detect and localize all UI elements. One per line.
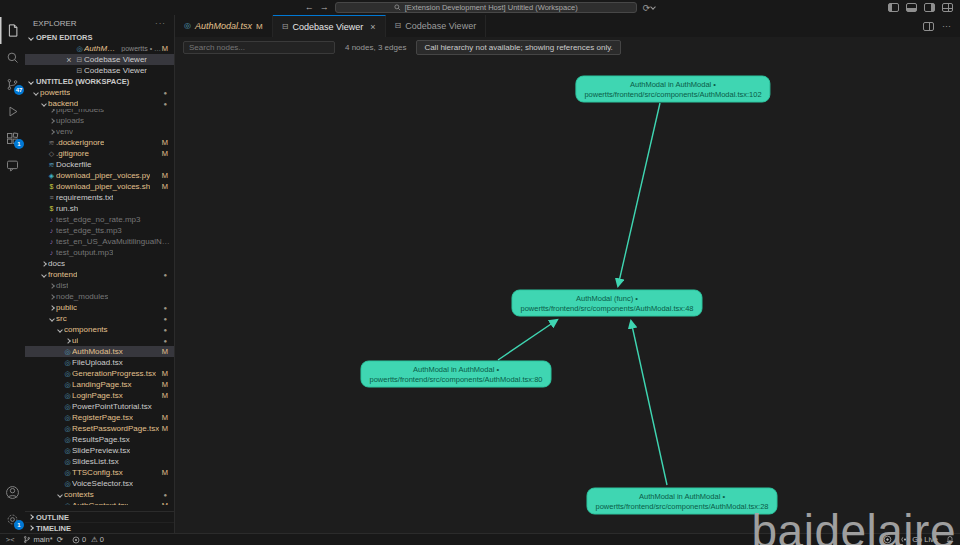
modified-badge: M [162, 501, 174, 505]
tsx-file-icon: ◎ [63, 403, 72, 410]
tsx-file-icon: ◎ [63, 425, 72, 432]
tree-item-test-en-us-avamultilingualneural-mp3[interactable]: ♪test_en_US_AvaMultilingualNeural.mp3 [25, 236, 174, 247]
tree-item-node-modules[interactable]: node_modules [25, 291, 174, 302]
docker-file-icon: ≋ [47, 161, 56, 168]
remote-indicator[interactable]: >< [6, 536, 14, 544]
back-icon[interactable]: ← [305, 3, 314, 12]
tree-item-backend[interactable]: backend● [25, 98, 174, 109]
tab-authmodal-tsx[interactable]: ◎AuthModal.tsxM [175, 15, 273, 37]
tree-item-uploads[interactable]: uploads [25, 115, 174, 126]
tab-close-icon[interactable]: × [370, 22, 375, 32]
error-icon [72, 536, 80, 544]
tree-item-components[interactable]: components● [25, 324, 174, 335]
tree-item-authcontext-tsx[interactable]: ◎AuthContext.tsxM [25, 500, 174, 505]
tree-item-fileupload-tsx[interactable]: ◎FileUpload.tsx [25, 357, 174, 368]
problems-item[interactable]: 0 ⚠ 0 [72, 535, 104, 544]
run-debug-icon[interactable] [0, 98, 25, 125]
graph-node[interactable]: AuthModal in AuthModal •powertts/fronten… [575, 76, 770, 103]
tree-item-slideslist-tsx[interactable]: ◎SlidesList.tsx [25, 456, 174, 467]
tree-item-dockerfile[interactable]: ≋Dockerfile [25, 159, 174, 170]
search-sidebar-icon[interactable] [0, 44, 25, 71]
file-label: .dockerignore [56, 138, 104, 147]
tree-item-download-piper-voices-sh[interactable]: $download_piper_voices.shM [25, 181, 174, 192]
tsx-file-icon: ◎ [63, 436, 72, 443]
tab-codebase-viewer[interactable]: ⊟Codebase Viewer [386, 15, 487, 37]
workspace-header[interactable]: UNTITLED (WORKSPACE) [25, 76, 174, 87]
tree-item-venv[interactable]: venv [25, 126, 174, 137]
tree-item-resetpasswordpage-tsx[interactable]: ◎ResetPasswordPage.tsxM [25, 423, 174, 434]
tab-bar: ◎AuthModal.tsxM⊟Codebase Viewer×⊟Codebas… [175, 15, 960, 37]
tree-item-gitignore[interactable]: ◇.gitignoreM [25, 148, 174, 159]
tree-item-powerpointtutorial-tsx[interactable]: ◎PowerPointTutorial.tsx [25, 401, 174, 412]
close-icon[interactable]: × [63, 55, 75, 65]
open-editor-description: powertts • fronten… [121, 45, 161, 52]
chevron-down-icon [47, 317, 56, 321]
tree-item-resultspage-tsx[interactable]: ◎ResultsPage.tsx [25, 434, 174, 445]
tree-item-test-output-mp3[interactable]: ♪test_output.mp3 [25, 247, 174, 258]
branch-sync-icon: ⟳ [57, 535, 63, 544]
tree-item-generationprogress-tsx[interactable]: ◎GenerationProgress.tsxM [25, 368, 174, 379]
go-live-item[interactable]: Go Live [900, 535, 938, 544]
git-file-icon: ◇ [47, 150, 56, 157]
tree-item-test-edge-tts-mp3[interactable]: ♪test_edge_tts.mp3 [25, 225, 174, 236]
tree-item-registerpage-tsx[interactable]: ◎RegisterPage.tsxM [25, 412, 174, 423]
tree-item-test-edge-no-rate-mp3[interactable]: ♪test_edge_no_rate.mp3 [25, 214, 174, 225]
tree-item-ttsconfig-tsx[interactable]: ◎TTSConfig.tsxM [25, 467, 174, 478]
activity-bar: 47 1 1 [0, 15, 25, 533]
sync-dropdown-icon[interactable]: ⟳ [643, 3, 656, 13]
extensions-icon[interactable]: 1 [0, 125, 25, 152]
status-circle-icon[interactable] [883, 535, 892, 544]
graph-node[interactable]: AuthModal in AuthModal •powertts/fronten… [360, 361, 551, 388]
tree-item-landingpage-tsx[interactable]: ◎LandingPage.tsxM [25, 379, 174, 390]
graph-node[interactable]: AuthModal in AuthModal •powertts/fronten… [586, 488, 777, 515]
editor-more-icon[interactable]: ··· [942, 21, 951, 31]
toggle-secondary-sidebar-icon[interactable] [924, 3, 935, 12]
tree-item-loginpage-tsx[interactable]: ◎LoginPage.tsxM [25, 390, 174, 401]
node-title: AuthModal in AuthModal • [584, 80, 761, 90]
tree-item-authmodal-tsx[interactable]: ◎AuthModal.tsxM [25, 346, 174, 357]
toggle-sidebar-icon[interactable] [888, 3, 899, 12]
tree-item-requirements-txt[interactable]: ≡requirements.txt [25, 192, 174, 203]
open-editor-codebase-viewer[interactable]: ⊟Codebase Viewer [25, 65, 174, 76]
explorer-icon[interactable] [0, 17, 25, 44]
tree-item-dockerignore[interactable]: ≋.dockerignoreM [25, 137, 174, 148]
command-center[interactable]: [Extension Development Host] Untitled (W… [335, 2, 637, 13]
settings-gear-icon[interactable]: 1 [0, 506, 25, 533]
graph-canvas[interactable]: AuthModal in AuthModal •powertts/fronten… [175, 57, 960, 533]
tree-item-run-sh[interactable]: $run.sh [25, 203, 174, 214]
chevron-right-icon [39, 262, 48, 266]
chat-icon[interactable] [0, 152, 25, 179]
folder-label: src [56, 314, 67, 323]
open-editor-codebase-viewer[interactable]: ×⊟Codebase Viewer [25, 54, 174, 65]
outline-header[interactable]: OUTLINE [25, 512, 174, 523]
timeline-header[interactable]: TIMELINE [25, 523, 174, 533]
tree-item-src[interactable]: src● [25, 313, 174, 324]
bell-icon[interactable] [946, 535, 954, 544]
accounts-icon[interactable] [0, 479, 25, 506]
git-branch-item[interactable]: main* ⟳ [23, 535, 62, 544]
tree-item-public[interactable]: public● [25, 302, 174, 313]
folder-label: components [64, 325, 108, 334]
search-nodes-input[interactable] [183, 41, 335, 54]
toggle-panel-icon[interactable] [906, 3, 917, 12]
split-editor-icon[interactable] [923, 22, 934, 31]
sidebar-more-icon[interactable]: ··· [155, 19, 166, 28]
tree-item-download-piper-voices-py[interactable]: ◈download_piper_voices.pyM [25, 170, 174, 181]
tree-item-ui[interactable]: ui● [25, 335, 174, 346]
tree-item-docs[interactable]: docs [25, 258, 174, 269]
chevron-right-icon [47, 109, 56, 112]
tree-item-frontend[interactable]: frontend● [25, 269, 174, 280]
tree-item-contexts[interactable]: contexts● [25, 489, 174, 500]
tab-codebase-viewer[interactable]: ⊟Codebase Viewer× [273, 15, 386, 37]
forward-icon[interactable]: → [320, 3, 329, 12]
source-control-icon[interactable]: 47 [0, 71, 25, 98]
customize-layout-icon[interactable] [942, 3, 953, 12]
tree-item-dist[interactable]: dist [25, 280, 174, 291]
open-editor-authmodal-tsx[interactable]: ◎AuthModal.tsxpowertts • fronten…M [25, 43, 174, 54]
tree-item-voiceselector-tsx[interactable]: ◎VoiceSelector.tsx [25, 478, 174, 489]
editor-area: ◎AuthModal.tsxM⊟Codebase Viewer×⊟Codebas… [175, 15, 960, 533]
graph-node[interactable]: AuthModal (func) •powertts/frontend/src/… [511, 290, 702, 317]
tree-item-powertts[interactable]: powertts● [25, 87, 174, 98]
open-editors-header[interactable]: OPEN EDITORS [25, 32, 174, 43]
tree-item-slidepreview-tsx[interactable]: ◎SlidePreview.tsx [25, 445, 174, 456]
